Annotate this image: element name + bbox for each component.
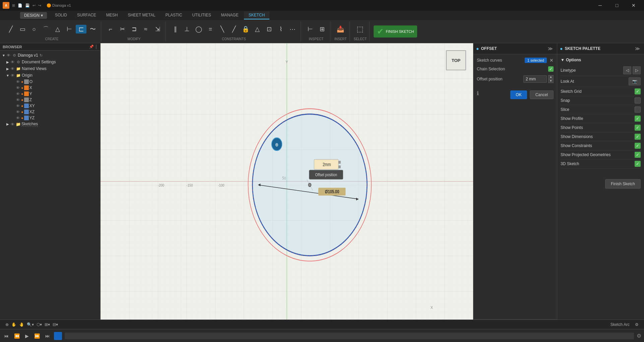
tree-item-origin[interactable]: ▼ 👁 📁 Origin bbox=[0, 72, 100, 79]
timeline-settings-icon[interactable]: ⚙ bbox=[637, 333, 641, 339]
3dsketch-checkbox[interactable]: ✓ bbox=[635, 161, 641, 167]
offset-increment[interactable]: ▲ bbox=[548, 75, 554, 79]
eye-sketches[interactable]: 👁 bbox=[11, 122, 14, 126]
constraint-tangent[interactable]: △ bbox=[252, 25, 263, 33]
spline-tool[interactable]: 〜 bbox=[87, 25, 98, 33]
title-undo-icon[interactable]: ↩ bbox=[33, 3, 36, 8]
tree-item-X[interactable]: ▶ 👁 ● X bbox=[0, 85, 100, 91]
snap-mode-dropdown[interactable]: ⊟▾ bbox=[53, 322, 58, 327]
maximize-button[interactable]: □ bbox=[609, 0, 625, 11]
offset-ok-button[interactable]: OK bbox=[510, 90, 527, 99]
measure-tool[interactable]: ⊢ bbox=[64, 25, 75, 33]
constraint-sym[interactable]: ⊡ bbox=[264, 25, 274, 33]
tree-item-XY[interactable]: ▶ 👁 ● XY bbox=[0, 103, 100, 109]
timeline-track[interactable] bbox=[65, 333, 634, 339]
break-tool[interactable]: ≈ bbox=[140, 25, 151, 33]
constraint-dim[interactable]: ⋯ bbox=[287, 25, 298, 33]
constraint-diag[interactable]: ╲ bbox=[217, 25, 228, 33]
chain-selection-checkbox[interactable]: ✓ bbox=[548, 66, 554, 72]
offset-tool[interactable]: ⊏ bbox=[76, 25, 86, 33]
grid-checkbox[interactable]: ✓ bbox=[635, 88, 641, 94]
slice-checkbox[interactable] bbox=[635, 107, 641, 113]
scale-tool[interactable]: ⇲ bbox=[152, 25, 163, 33]
tree-item-named-views[interactable]: ▶ 👁 📁 Named Views bbox=[0, 65, 100, 72]
inspect-measure[interactable]: ⊢ bbox=[305, 25, 316, 33]
constraint-lock[interactable]: 🔒 bbox=[240, 25, 251, 33]
select-btn[interactable]: ⬚ bbox=[355, 24, 366, 34]
eye-views[interactable]: 👁 bbox=[11, 67, 14, 71]
eye-XZ[interactable]: 👁 bbox=[16, 110, 20, 114]
tab-manage[interactable]: MANAGE bbox=[216, 11, 243, 19]
show-points-checkbox[interactable]: ✓ bbox=[635, 125, 641, 131]
grid-mode-dropdown[interactable]: ⊞▾ bbox=[45, 322, 50, 327]
eye-O[interactable]: 👁 bbox=[16, 80, 20, 84]
eye-root[interactable]: 👁 bbox=[7, 53, 10, 57]
timeline-back-step[interactable]: ⏪ bbox=[13, 332, 21, 340]
tree-item-XZ[interactable]: ▶ 👁 ● XZ bbox=[0, 109, 100, 115]
eye-XY[interactable]: 👁 bbox=[16, 104, 20, 108]
constraint-equal[interactable]: = bbox=[205, 25, 216, 33]
linetype-fwd-icon[interactable]: ▷ bbox=[633, 66, 641, 74]
tab-mesh[interactable]: MESH bbox=[102, 11, 123, 19]
eye-doc[interactable]: 👁 bbox=[11, 60, 14, 64]
browser-collapse-icon[interactable]: │ bbox=[95, 45, 98, 49]
tab-utilities[interactable]: UTILITIES bbox=[188, 11, 216, 19]
fillet-tool[interactable]: ⌐ bbox=[105, 25, 116, 33]
finish-sketch-button[interactable]: ✔ FINISH SKETCH bbox=[374, 25, 417, 38]
settings-icon[interactable]: ⚙ bbox=[635, 322, 639, 327]
linetype-back-icon[interactable]: ◁ bbox=[623, 66, 631, 74]
tab-solid[interactable]: SOLID bbox=[50, 11, 72, 19]
show-constraints-checkbox[interactable]: ✓ bbox=[635, 143, 641, 149]
arc-tool[interactable]: ⌒ bbox=[41, 25, 51, 33]
minimize-button[interactable]: ─ bbox=[592, 0, 608, 11]
insert-btn[interactable]: 📥 bbox=[335, 25, 346, 33]
trim-tool[interactable]: ✂ bbox=[117, 25, 128, 33]
eye-X[interactable]: 👁 bbox=[16, 86, 20, 90]
close-button[interactable]: ✕ bbox=[626, 0, 641, 11]
design-dropdown[interactable]: DESIGN ▾ bbox=[20, 12, 47, 19]
offset-position-input[interactable] bbox=[523, 75, 547, 83]
eye-YZ[interactable]: 👁 bbox=[16, 116, 20, 120]
nav-hand-icon[interactable]: 🤚 bbox=[19, 322, 24, 327]
show-dims-checkbox[interactable]: ✓ bbox=[635, 134, 641, 140]
show-proj-geo-checkbox[interactable]: ✓ bbox=[635, 152, 641, 158]
tree-item-root[interactable]: ▼ 👁 ⚙ Dianoga v1 ↻ bbox=[0, 52, 100, 59]
show-profile-checkbox[interactable]: ✓ bbox=[635, 116, 641, 122]
browser-pin-icon[interactable]: 📌 bbox=[89, 45, 94, 49]
eye-Y[interactable]: 👁 bbox=[16, 92, 20, 96]
inspect-display[interactable]: ⊞ bbox=[317, 25, 327, 33]
sync-icon[interactable]: ↻ bbox=[40, 53, 43, 58]
timeline-back-begin[interactable]: ⏮ bbox=[3, 332, 10, 340]
tab-plastic[interactable]: PLASTIC bbox=[161, 11, 187, 19]
triangle-tool[interactable]: △ bbox=[52, 25, 63, 33]
tree-item-O[interactable]: ▶ 👁 ● O bbox=[0, 79, 100, 85]
constraint-col[interactable]: ╱ bbox=[229, 25, 239, 33]
cube-top-face[interactable]: TOP bbox=[446, 50, 466, 70]
constraint-perp[interactable]: ⊥ bbox=[182, 25, 192, 33]
line-tool[interactable]: ╱ bbox=[5, 25, 16, 33]
info-icon[interactable]: ℹ bbox=[477, 90, 479, 96]
clear-selection-button[interactable]: ✕ bbox=[550, 58, 554, 63]
circle-tool[interactable]: ○ bbox=[29, 25, 40, 33]
zoom-dropdown[interactable]: 🔍▾ bbox=[27, 322, 34, 327]
tab-surface[interactable]: SURFACE bbox=[72, 11, 101, 19]
offset-cancel-button[interactable]: Cancel bbox=[530, 90, 554, 99]
tree-item-doc-settings[interactable]: ▶ 👁 ⚙ Document Settings bbox=[0, 59, 100, 65]
eye-Z[interactable]: 👁 bbox=[16, 98, 20, 102]
snap-checkbox[interactable] bbox=[635, 97, 641, 104]
offset-decrement[interactable]: ▼ bbox=[548, 79, 554, 83]
offset-panel-expand[interactable]: ≫ bbox=[546, 45, 554, 52]
palette-expand[interactable]: ≫ bbox=[634, 45, 641, 52]
tab-sheet-metal[interactable]: SHEET METAL bbox=[123, 11, 160, 19]
cube-3d[interactable]: TOP bbox=[444, 50, 468, 74]
tab-sketch[interactable]: SKETCH bbox=[244, 11, 270, 19]
canvas-area[interactable]: -200 -150 -100 5̄0 Ø105.00 bbox=[101, 43, 473, 320]
rect-tool[interactable]: ▭ bbox=[17, 25, 28, 33]
lookat-btn[interactable]: 📷 bbox=[629, 77, 641, 85]
tree-item-Y[interactable]: ▶ 👁 ● Y bbox=[0, 91, 100, 97]
tree-item-Z[interactable]: ▶ 👁 ● Z bbox=[0, 97, 100, 103]
timeline-marker-1[interactable] bbox=[54, 332, 62, 340]
nav-pan-icon[interactable]: ✋ bbox=[11, 322, 16, 327]
eye-origin[interactable]: 👁 bbox=[11, 73, 14, 77]
constraint-parallel[interactable]: ∥ bbox=[170, 25, 181, 33]
